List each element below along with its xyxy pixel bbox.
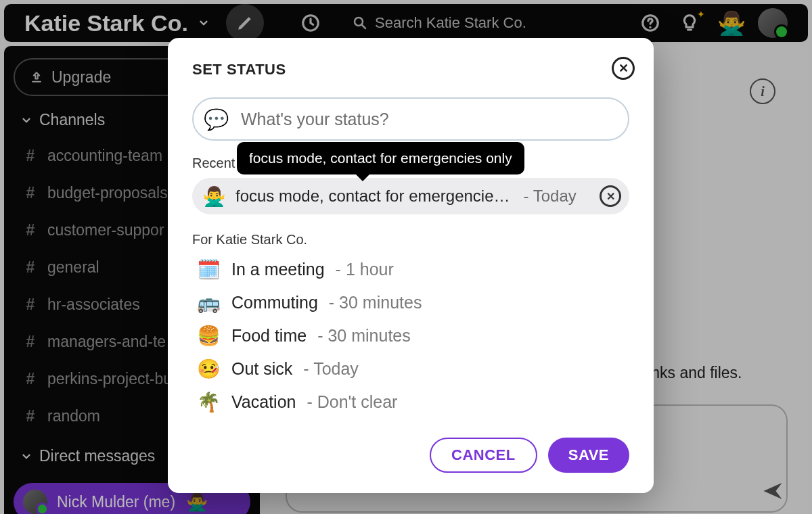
close-icon: ✕ — [606, 190, 615, 203]
recent-status-text: focus mode, contact for emergencie… — [235, 187, 510, 206]
recent-status-tooltip: focus mode, contact for emergencies only — [237, 142, 524, 174]
speech-bubble-icon: 💬 — [202, 105, 230, 133]
preset-duration: - 1 hour — [336, 260, 394, 279]
set-status-modal: SET STATUS ✕ 💬 What's your status? Recen… — [168, 38, 654, 493]
preset-item[interactable]: 🌴 Vacation - Don't clear — [192, 386, 629, 419]
save-button[interactable]: SAVE — [548, 438, 629, 473]
preset-item[interactable]: 🚌 Commuting - 30 minutes — [192, 286, 629, 319]
remove-recent-button[interactable]: ✕ — [600, 185, 621, 207]
preset-item[interactable]: 🍔 Food time - 30 minutes — [192, 319, 629, 352]
preset-label: In a meeting — [231, 260, 325, 279]
close-icon: ✕ — [618, 61, 629, 76]
preset-item[interactable]: 🗓️ In a meeting - 1 hour — [192, 253, 629, 286]
status-input-placeholder: What's your status? — [241, 110, 389, 129]
recent-status-item[interactable]: 🙅‍♂️ focus mode, contact for emergencie…… — [192, 178, 629, 214]
modal-footer: CANCEL SAVE — [192, 438, 629, 473]
recent-status-emoji: 🙅‍♂️ — [202, 185, 226, 208]
preset-label: Vacation — [231, 392, 296, 412]
preset-duration: - 30 minutes — [317, 326, 411, 346]
preset-list: 🗓️ In a meeting - 1 hour 🚌 Commuting - 3… — [192, 253, 629, 419]
close-button[interactable]: ✕ — [612, 57, 635, 80]
preset-duration: - 30 minutes — [329, 293, 422, 312]
bus-icon: 🚌 — [196, 291, 221, 314]
recent-status-duration: - Today — [524, 187, 577, 206]
preset-item[interactable]: 🤒 Out sick - Today — [192, 352, 629, 386]
preset-label: Out sick — [231, 359, 292, 379]
palm-tree-icon: 🌴 — [196, 391, 221, 413]
modal-title: SET STATUS — [192, 61, 629, 78]
preset-duration: - Today — [303, 359, 359, 379]
preset-label: Food time — [231, 326, 307, 346]
preset-duration: - Don't clear — [307, 392, 397, 412]
preset-label: Commuting — [231, 293, 318, 312]
presets-section-label: For Katie Stark Co. — [192, 232, 629, 248]
status-input[interactable]: 💬 What's your status? — [192, 97, 629, 141]
burger-icon: 🍔 — [196, 325, 221, 347]
sick-face-icon: 🤒 — [196, 358, 221, 380]
cancel-button[interactable]: CANCEL — [430, 438, 537, 473]
calendar-icon: 🗓️ — [196, 258, 221, 281]
